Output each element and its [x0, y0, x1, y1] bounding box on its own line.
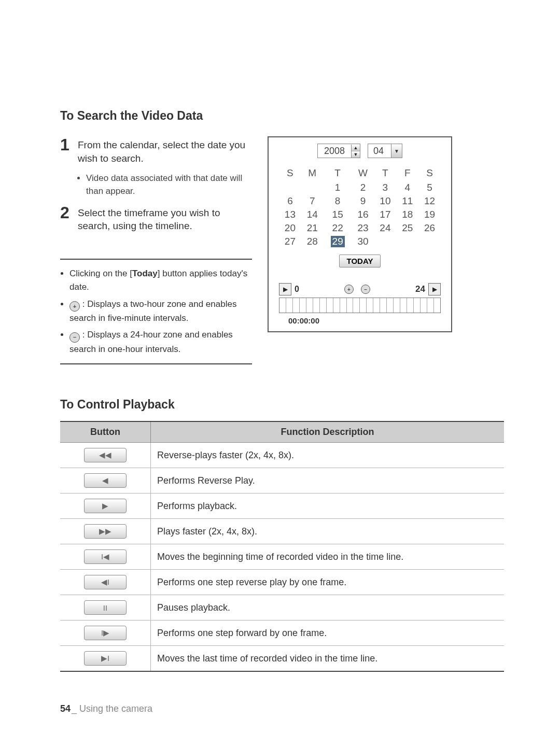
note-zoom-out: – : Displays a 24-hour zone and enables … — [69, 328, 252, 356]
timeline-grid[interactable] — [279, 298, 441, 313]
step-1-sub-item: Video data associated with that date wil… — [86, 172, 252, 198]
calendar-day[interactable]: 10 — [374, 194, 396, 208]
button-cell: ◀ — [60, 468, 151, 494]
note-today: Clicking on the [Today] button applies t… — [69, 267, 252, 294]
table-row: ▶▶Plays faster (2x, 4x, 8x). — [60, 519, 504, 544]
step-1: 1 From the calendar, select the date you… — [60, 136, 252, 165]
playback-button[interactable]: ▶▶ — [84, 524, 127, 539]
calendar-day[interactable]: 20 — [279, 221, 301, 235]
table-row: I▶Performs one step forward by one frame… — [60, 621, 504, 646]
calendar-table: SMTWTFS 12345678910111213141516171819202… — [279, 165, 441, 248]
button-cell: ▶▶ — [60, 519, 151, 544]
divider — [60, 363, 252, 364]
description-cell: Performs playback. — [151, 494, 505, 519]
year-value: 2008 — [318, 146, 351, 157]
calendar-day — [279, 181, 301, 194]
button-cell: ▶I — [60, 646, 151, 672]
timeline-next-icon[interactable]: ▶ — [428, 283, 441, 295]
calendar-day[interactable]: 28 — [301, 235, 324, 248]
calendar-day[interactable]: 23 — [352, 221, 374, 235]
table-row: IIPauses playback. — [60, 595, 504, 621]
calendar-day[interactable]: 26 — [418, 221, 441, 235]
calendar-day[interactable]: 3 — [374, 181, 396, 194]
calendar-day[interactable]: 22 — [324, 221, 352, 235]
table-header-button: Button — [60, 421, 151, 443]
calendar-dow: F — [396, 165, 418, 181]
button-cell: ◀I — [60, 570, 151, 595]
playback-button[interactable]: ◀ — [84, 473, 127, 488]
calendar-day[interactable]: 11 — [396, 194, 418, 208]
step-text: Select the timeframe you wish to search,… — [78, 204, 252, 233]
button-cell: II — [60, 595, 151, 621]
calendar-day[interactable]: 2 — [352, 181, 374, 194]
playback-button[interactable]: I▶ — [84, 626, 127, 640]
description-cell: Moves the last time of recorded video in… — [151, 646, 505, 672]
timeline-controls: ▶ 0 + – 24 ▶ — [279, 283, 441, 295]
description-cell: Pauses playback. — [151, 595, 505, 621]
calendar-day[interactable]: 14 — [301, 208, 324, 221]
table-row: ◀◀Reverse-plays faster (2x, 4x, 8x). — [60, 443, 504, 468]
description-cell: Performs one step reverse play by one fr… — [151, 570, 505, 595]
calendar-day[interactable]: 5 — [418, 181, 441, 194]
step-1-sub: Video data associated with that date wil… — [79, 172, 252, 198]
month-value: 04 — [368, 146, 391, 157]
calendar-day — [396, 235, 418, 248]
year-up-icon[interactable]: ▲ — [352, 145, 360, 151]
playback-button[interactable]: ▶ — [84, 499, 127, 513]
description-cell: Performs one step forward by one frame. — [151, 621, 505, 646]
table-row: ◀IPerforms one step reverse play by one … — [60, 570, 504, 595]
playback-button[interactable]: ▶I — [84, 651, 127, 666]
playback-button[interactable]: I◀ — [84, 549, 127, 564]
timeline-end-label: 24 — [415, 284, 425, 294]
calendar-day[interactable]: 1 — [324, 181, 352, 194]
calendar-dow: T — [374, 165, 396, 181]
playback-button[interactable]: II — [84, 600, 127, 615]
chevron-down-icon[interactable]: ▼ — [391, 144, 402, 158]
calendar-dow: W — [352, 165, 374, 181]
table-row: ▶Performs playback. — [60, 494, 504, 519]
calendar-day[interactable]: 7 — [301, 194, 324, 208]
section-title-search: To Search the Video Data — [60, 109, 504, 123]
playback-button[interactable]: ◀I — [84, 575, 127, 589]
year-spinner[interactable]: 2008 ▲ ▼ — [317, 144, 360, 158]
note-zoom-in: + : Displays a two-hour zone and enables… — [69, 298, 252, 326]
step-text: From the calendar, select the date you w… — [78, 136, 252, 165]
table-header-desc: Function Description — [151, 421, 505, 443]
today-button[interactable]: TODAY — [339, 255, 381, 267]
calendar-day[interactable]: 25 — [396, 221, 418, 235]
description-cell: Moves the beginning time of recorded vid… — [151, 544, 505, 570]
month-dropdown[interactable]: 04 ▼ — [368, 144, 402, 158]
zoom-out-icon[interactable]: – — [361, 285, 370, 294]
calendar-day[interactable]: 15 — [324, 208, 352, 221]
calendar-day[interactable]: 4 — [396, 181, 418, 194]
calendar-day[interactable]: 21 — [301, 221, 324, 235]
calendar-day[interactable]: 27 — [279, 235, 301, 248]
calendar-day[interactable]: 24 — [374, 221, 396, 235]
calendar-widget: 2008 ▲ ▼ 04 ▼ SMTWTFS 123456789101112131… — [268, 136, 452, 332]
calendar-day[interactable]: 6 — [279, 194, 301, 208]
calendar-day[interactable]: 16 — [352, 208, 374, 221]
calendar-day[interactable]: 17 — [374, 208, 396, 221]
year-down-icon[interactable]: ▼ — [352, 151, 360, 158]
step-number: 2 — [60, 204, 78, 233]
calendar-day[interactable]: 12 — [418, 194, 441, 208]
calendar-day[interactable]: 18 — [396, 208, 418, 221]
calendar-dow: S — [279, 165, 301, 181]
current-time-label: 00:00:00 — [288, 316, 441, 325]
calendar-dow: T — [324, 165, 352, 181]
table-row: ◀Performs Reverse Play. — [60, 468, 504, 494]
calendar-day — [301, 181, 324, 194]
playback-button[interactable]: ◀◀ — [84, 448, 127, 462]
calendar-day[interactable]: 8 — [324, 194, 352, 208]
timeline-prev-icon[interactable]: ▶ — [279, 283, 291, 295]
zoom-in-icon[interactable]: + — [344, 285, 354, 294]
playback-table: Button Function Description ◀◀Reverse-pl… — [60, 421, 504, 672]
calendar-day[interactable]: 13 — [279, 208, 301, 221]
table-row: ▶IMoves the last time of recorded video … — [60, 646, 504, 672]
calendar-day[interactable]: 30 — [352, 235, 374, 248]
button-cell: ◀◀ — [60, 443, 151, 468]
table-row: I◀Moves the beginning time of recorded v… — [60, 544, 504, 570]
calendar-day[interactable]: 9 — [352, 194, 374, 208]
calendar-day[interactable]: 29 — [324, 235, 352, 248]
calendar-day[interactable]: 19 — [418, 208, 441, 221]
